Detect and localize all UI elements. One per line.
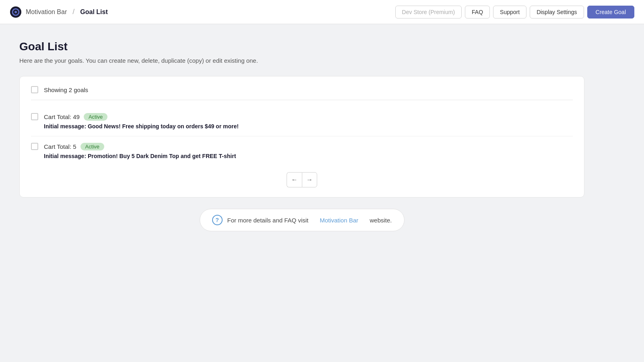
nav-separator: / <box>72 8 74 16</box>
goal-1-message: Initial message: Good News! Free shippin… <box>44 123 573 130</box>
goal-1-top: Cart Total: 49 Active <box>44 113 573 121</box>
svg-point-2 <box>14 11 17 13</box>
select-all-checkbox[interactable] <box>31 86 38 93</box>
nav-page-title: Goal List <box>80 8 107 16</box>
navbar: Motivation Bar / Goal List Dev Store (Pr… <box>0 0 644 24</box>
goal-item: Cart Total: 5 Active Initial message: Pr… <box>31 136 573 166</box>
showing-label: Showing 2 goals <box>44 86 88 93</box>
header-divider <box>31 100 573 100</box>
goal-1-checkbox[interactable] <box>31 113 38 120</box>
main-content: Goal List Here are the your goals. You c… <box>0 24 604 247</box>
nav-app-name: Motivation Bar <box>26 8 67 16</box>
goal-2-checkbox[interactable] <box>31 143 38 150</box>
goal-2-message: Initial message: Promotion! Buy 5 Dark D… <box>44 153 573 159</box>
page-description: Here are the your goals. You can create … <box>19 57 584 64</box>
faq-button[interactable]: FAQ <box>465 6 490 19</box>
goal-2-info: Cart Total: 5 Active Initial message: Pr… <box>44 143 573 159</box>
goal-1-type: Cart Total: 49 <box>44 113 80 120</box>
card-header: Showing 2 goals <box>31 86 573 100</box>
display-settings-button[interactable]: Display Settings <box>530 6 584 19</box>
support-button[interactable]: Support <box>493 6 526 19</box>
help-icon: ? <box>212 215 223 225</box>
prev-page-button[interactable]: ← <box>287 172 302 187</box>
faq-footer: ? For more details and FAQ visit Motivat… <box>19 209 584 231</box>
goal-2-top: Cart Total: 5 Active <box>44 143 573 150</box>
faq-text-before: For more details and FAQ visit <box>227 217 309 224</box>
pagination: ← → <box>31 172 573 187</box>
goals-card: Showing 2 goals Cart Total: 49 Active In… <box>19 76 584 197</box>
faq-link[interactable]: Motivation Bar <box>320 217 358 224</box>
goal-1-status: Active <box>84 113 107 121</box>
goal-1-info: Cart Total: 49 Active Initial message: G… <box>44 113 573 130</box>
create-goal-button[interactable]: Create Goal <box>587 6 634 19</box>
nav-left: Motivation Bar / Goal List <box>10 6 108 18</box>
nav-right: Dev Store (Premium) FAQ Support Display … <box>395 6 634 19</box>
page-title: Goal List <box>19 40 584 53</box>
faq-text-after: website. <box>369 217 392 224</box>
goal-2-type: Cart Total: 5 <box>44 143 76 150</box>
goal-item: Cart Total: 49 Active Initial message: G… <box>31 107 573 136</box>
goal-2-status: Active <box>80 143 104 150</box>
app-logo <box>10 6 22 18</box>
faq-box: ? For more details and FAQ visit Motivat… <box>200 209 405 231</box>
next-page-button[interactable]: → <box>302 172 317 187</box>
store-button[interactable]: Dev Store (Premium) <box>395 6 462 19</box>
